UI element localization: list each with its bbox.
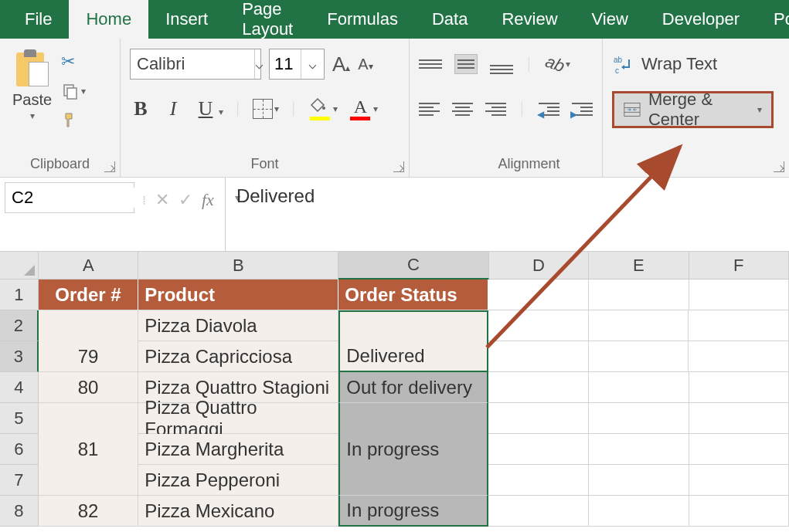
cell-a2[interactable] xyxy=(39,310,139,341)
cell-e2[interactable] xyxy=(589,310,689,341)
align-top-button[interactable] xyxy=(419,59,442,69)
italic-button[interactable]: I xyxy=(162,97,184,120)
increase-font-button[interactable]: A▴ xyxy=(332,53,350,76)
cell-e8[interactable] xyxy=(589,496,689,527)
formula-input[interactable]: Delivered xyxy=(225,178,789,251)
cell-e7[interactable] xyxy=(589,465,689,496)
underline-button[interactable]: U xyxy=(195,97,216,120)
cell-e6[interactable] xyxy=(589,434,689,465)
cell-b1[interactable]: Product xyxy=(138,280,338,310)
row-header-4[interactable]: 4 xyxy=(0,372,39,403)
decrease-indent-button[interactable]: ◀ xyxy=(539,103,559,116)
fx-button[interactable]: fx xyxy=(202,190,214,210)
chevron-down-icon[interactable]: ⌵ xyxy=(301,49,324,79)
tab-insert[interactable]: Insert xyxy=(148,0,225,39)
cell-b3[interactable]: Pizza Capricciosa xyxy=(138,341,338,372)
copy-button[interactable]: ▾ xyxy=(61,80,86,102)
format-painter-button[interactable] xyxy=(61,110,86,131)
cell-d4[interactable] xyxy=(488,372,589,403)
cell-e3[interactable] xyxy=(589,341,689,372)
tab-formulas[interactable]: Formulas xyxy=(310,0,415,39)
cell-c3[interactable]: Delivered xyxy=(338,341,488,372)
cell-a5[interactable] xyxy=(39,403,139,434)
tab-home[interactable]: Home xyxy=(69,0,148,39)
tab-data[interactable]: Data xyxy=(415,0,485,39)
enter-button[interactable]: ✓ xyxy=(179,190,192,210)
borders-button[interactable] xyxy=(253,99,273,119)
cell-d6[interactable] xyxy=(488,434,589,465)
col-header-d[interactable]: D xyxy=(489,252,589,280)
cell-f6[interactable] xyxy=(689,434,790,465)
cell-f7[interactable] xyxy=(689,465,790,496)
cell-b6[interactable]: Pizza Margherita xyxy=(138,434,338,465)
font-name-combo[interactable]: ⌵ xyxy=(130,49,261,80)
cell-f1[interactable] xyxy=(689,280,789,310)
wrap-text-button[interactable]: Wrap Text xyxy=(641,54,717,74)
cell-d2[interactable] xyxy=(488,310,589,341)
font-name-input[interactable] xyxy=(131,54,254,74)
fill-color-button[interactable] xyxy=(308,97,332,120)
select-all-corner[interactable] xyxy=(0,252,39,280)
tab-developer[interactable]: Developer xyxy=(645,0,757,39)
orientation-button[interactable]: ab xyxy=(542,52,567,77)
cell-a1[interactable]: Order # xyxy=(39,280,139,310)
dialog-launcher-icon[interactable] xyxy=(774,161,784,172)
tab-view[interactable]: View xyxy=(575,0,645,39)
chevron-down-icon[interactable]: ⌵ xyxy=(254,49,264,79)
tab-review[interactable]: Review xyxy=(485,0,574,39)
row-header-2[interactable]: 2 xyxy=(0,310,39,341)
cut-button[interactable]: ✂ xyxy=(61,51,86,73)
align-right-button[interactable] xyxy=(485,103,506,116)
cell-b7[interactable]: Pizza Pepperoni xyxy=(138,465,338,496)
col-header-b[interactable]: B xyxy=(138,252,338,280)
dialog-launcher-icon[interactable] xyxy=(393,161,404,172)
font-size-combo[interactable]: ⌵ xyxy=(269,49,325,80)
tab-page-layout[interactable]: Page Layout xyxy=(225,0,310,39)
font-color-button[interactable]: A xyxy=(349,97,372,120)
cell-c4[interactable]: Out for delivery xyxy=(338,372,488,403)
align-bottom-button[interactable] xyxy=(490,54,513,74)
row-header-8[interactable]: 8 xyxy=(0,496,39,527)
cell-d3[interactable] xyxy=(488,341,589,372)
row-header-6[interactable]: 6 xyxy=(0,434,39,465)
cell-f5[interactable] xyxy=(689,403,790,434)
cell-d7[interactable] xyxy=(488,465,589,496)
col-header-a[interactable]: A xyxy=(39,252,138,280)
cell-a7[interactable] xyxy=(39,465,139,496)
cell-f3[interactable] xyxy=(689,341,789,372)
dialog-launcher-icon[interactable] xyxy=(104,161,115,172)
cell-b8[interactable]: Pizza Mexicano xyxy=(138,496,338,527)
font-size-input[interactable] xyxy=(270,54,301,74)
bold-button[interactable]: B xyxy=(130,97,151,120)
name-box[interactable]: ▾ xyxy=(5,182,134,213)
cell-c2[interactable] xyxy=(338,310,488,341)
cell-f8[interactable] xyxy=(689,496,790,527)
cell-c7[interactable] xyxy=(338,465,488,496)
row-header-5[interactable]: 5 xyxy=(0,403,39,434)
cell-a3[interactable]: 79 xyxy=(39,341,139,372)
cell-f2[interactable] xyxy=(689,310,789,341)
cell-c8[interactable]: In progress xyxy=(338,496,488,527)
cell-c5[interactable] xyxy=(338,403,488,434)
row-header-7[interactable]: 7 xyxy=(0,465,39,496)
cell-b5[interactable]: Pizza Quattro Formaggi xyxy=(138,403,338,434)
cell-c1[interactable]: Order Status xyxy=(338,280,488,310)
cancel-button[interactable]: ✕ xyxy=(155,190,169,210)
cell-e5[interactable] xyxy=(589,403,689,434)
cell-a8[interactable]: 82 xyxy=(39,496,139,527)
merge-center-button[interactable]: Merge & Center ▾ xyxy=(612,91,774,128)
cell-d5[interactable] xyxy=(488,403,589,434)
row-header-1[interactable]: 1 xyxy=(0,280,39,310)
paste-button[interactable]: Paste ▾ xyxy=(9,46,55,131)
cell-b2[interactable]: Pizza Diavola xyxy=(138,310,338,341)
align-center-button[interactable] xyxy=(452,103,473,116)
tab-power[interactable]: Po xyxy=(757,0,789,39)
align-left-button[interactable] xyxy=(419,103,440,116)
tab-file[interactable]: File xyxy=(8,0,69,39)
increase-indent-button[interactable]: ▶ xyxy=(572,103,593,116)
align-middle-button[interactable] xyxy=(454,54,478,74)
cell-a4[interactable]: 80 xyxy=(39,372,139,403)
cell-d1[interactable] xyxy=(488,280,589,310)
decrease-font-button[interactable]: A▾ xyxy=(358,56,372,73)
col-header-c[interactable]: C xyxy=(338,252,488,280)
